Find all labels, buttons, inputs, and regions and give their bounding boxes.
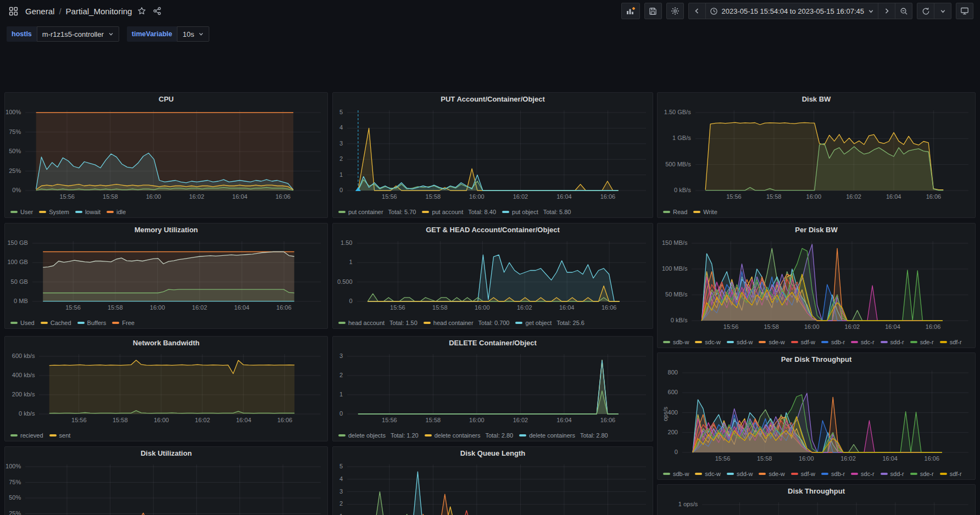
refresh-interval-chevron-icon[interactable] bbox=[934, 3, 951, 19]
legend-item[interactable]: head accountTotal: 1.50 bbox=[338, 320, 417, 326]
legend-item[interactable]: Buffers bbox=[77, 320, 107, 326]
legend-swatch bbox=[759, 473, 766, 475]
y-axis-tick-label: 1 bbox=[333, 391, 343, 398]
legend-item[interactable]: sdb-r bbox=[821, 339, 845, 345]
panel-title[interactable]: Network Bandwidth bbox=[5, 339, 327, 347]
legend-item[interactable]: sdf-w bbox=[791, 339, 815, 345]
legend-item[interactable]: sdd-w bbox=[727, 471, 753, 477]
legend-item[interactable]: sdf-w bbox=[791, 471, 815, 477]
y-axis-tick-label: 1 ops/s bbox=[658, 501, 698, 507]
legend-item[interactable]: recieved bbox=[10, 432, 43, 439]
legend: put containerTotal: 5.70put accountTotal… bbox=[338, 209, 571, 215]
breadcrumb-page[interactable]: Partial_Monitoring bbox=[66, 7, 132, 16]
legend-swatch bbox=[107, 211, 114, 213]
time-range-picker[interactable]: 2023-05-15 15:54:04 to 2023-05-15 16:07:… bbox=[705, 3, 879, 19]
y-axis-tick-label: 1 bbox=[333, 171, 343, 178]
legend-item[interactable]: sdf-r bbox=[940, 471, 962, 477]
legend-total: Total: 5.70 bbox=[388, 209, 416, 215]
legend-swatch bbox=[727, 341, 734, 343]
legend-item[interactable]: idle bbox=[107, 209, 126, 215]
legend-label: put account bbox=[432, 209, 463, 215]
chart bbox=[25, 108, 321, 191]
variable-value-dropdown[interactable]: 10s bbox=[177, 26, 209, 42]
breadcrumb-section[interactable]: General bbox=[25, 7, 54, 16]
save-icon[interactable] bbox=[644, 3, 662, 19]
star-icon[interactable] bbox=[134, 3, 149, 19]
panel-title[interactable]: Per Disk Throughput bbox=[658, 355, 975, 363]
dashboards-grid-icon[interactable] bbox=[5, 3, 21, 19]
legend-item[interactable]: sdf-r bbox=[940, 339, 962, 345]
legend-item[interactable]: sdb-r bbox=[821, 471, 845, 477]
time-back-icon[interactable] bbox=[688, 3, 706, 19]
legend-label: get object bbox=[525, 320, 552, 326]
panel-title[interactable]: Disk BW bbox=[658, 95, 975, 103]
legend-swatch bbox=[422, 211, 429, 213]
panel-title[interactable]: CPU bbox=[5, 95, 327, 103]
panel-title[interactable]: PUT Account/Container/Object bbox=[333, 95, 653, 103]
refresh-controls bbox=[917, 3, 951, 19]
legend-item[interactable]: Free bbox=[112, 320, 135, 326]
panel-title[interactable]: Disk Utilization bbox=[5, 449, 327, 457]
panel-title[interactable]: Per Disk BW bbox=[658, 226, 975, 234]
legend-item[interactable]: sdc-w bbox=[695, 339, 721, 345]
legend-item[interactable]: sde-r bbox=[910, 339, 934, 345]
y-axis-tick-label: 1 bbox=[333, 513, 343, 515]
panel-title[interactable]: Memory Utilization bbox=[5, 226, 327, 234]
kiosk-monitor-icon[interactable] bbox=[956, 3, 973, 19]
y-axis-tick-label: 2 bbox=[333, 372, 343, 378]
share-icon[interactable] bbox=[149, 3, 165, 19]
x-axis-tick-label: 15:58 bbox=[426, 193, 441, 200]
legend-item[interactable]: sdb-w bbox=[663, 339, 689, 345]
legend-item[interactable]: put objectTotal: 5.80 bbox=[502, 209, 571, 215]
legend-total: Total: 0.700 bbox=[478, 320, 510, 326]
legend-item[interactable]: get objectTotal: 25.6 bbox=[515, 320, 584, 326]
panel-title[interactable]: GET & HEAD Account/Container/Object bbox=[333, 226, 653, 234]
variable-value-dropdown[interactable]: m-r1z1s5-controller bbox=[37, 26, 119, 42]
time-forward-icon[interactable] bbox=[878, 3, 895, 19]
legend-item[interactable]: put containerTotal: 5.70 bbox=[338, 209, 416, 215]
legend-item[interactable]: sdc-r bbox=[851, 339, 874, 345]
legend-item[interactable]: sdd-r bbox=[881, 339, 904, 345]
zoom-out-icon[interactable] bbox=[895, 3, 912, 19]
legend-item[interactable]: sdc-w bbox=[695, 471, 721, 477]
legend-item[interactable]: sde-r bbox=[910, 471, 934, 477]
legend-label: sdc-w bbox=[705, 339, 721, 345]
legend-item[interactable]: Write bbox=[693, 209, 717, 215]
legend-item[interactable]: sent bbox=[49, 432, 71, 439]
settings-gear-icon[interactable] bbox=[666, 3, 684, 19]
legend-item[interactable]: delete containersTotal: 2.80 bbox=[425, 432, 514, 439]
legend-item[interactable]: Cached bbox=[41, 320, 71, 326]
legend-swatch bbox=[940, 341, 947, 343]
chart bbox=[357, 239, 647, 302]
dashboard-grid: CPU0%25%50%75%100%15:5615:5816:0016:0216… bbox=[0, 46, 980, 515]
panel-gethead: GET & HEAD Account/Container/Object00.50… bbox=[332, 223, 653, 329]
refresh-icon[interactable] bbox=[917, 3, 934, 19]
legend-item[interactable]: sde-w bbox=[759, 471, 784, 477]
legend-item[interactable]: sdc-r bbox=[851, 471, 874, 477]
x-axis-tick-label: 15:58 bbox=[766, 193, 782, 200]
panel-title[interactable]: Disk Queue Length bbox=[333, 449, 653, 457]
clock-icon bbox=[710, 7, 718, 15]
legend-item[interactable]: sdd-r bbox=[881, 471, 904, 477]
legend-swatch bbox=[519, 434, 526, 436]
legend-item[interactable]: sdd-w bbox=[727, 339, 753, 345]
panel-memory: Memory Utilization0 MB50 GB100 GB150 GB1… bbox=[4, 223, 328, 329]
legend-item[interactable]: lowait bbox=[75, 209, 101, 215]
legend-item[interactable]: sde-w bbox=[759, 339, 784, 345]
legend-item[interactable]: delete objectsTotal: 1.20 bbox=[338, 432, 419, 439]
legend-item[interactable]: head containerTotal: 0.700 bbox=[424, 320, 510, 326]
legend-item[interactable]: sdb-w bbox=[663, 471, 689, 477]
panel-title[interactable]: Disk Throughput bbox=[658, 487, 975, 495]
legend-swatch bbox=[49, 434, 57, 436]
legend-item[interactable]: Used bbox=[10, 320, 35, 326]
x-axis-tick-label: 15:56 bbox=[382, 417, 397, 423]
panel-title[interactable]: DELETE Container/Object bbox=[333, 339, 653, 347]
add-panel-icon[interactable] bbox=[621, 3, 640, 19]
legend-item[interactable]: System bbox=[39, 209, 69, 215]
legend-item[interactable]: delete containersTotal: 2.80 bbox=[519, 432, 608, 439]
legend-item[interactable]: Read bbox=[663, 209, 687, 215]
legend-item[interactable]: put accountTotal: 8.40 bbox=[422, 209, 496, 215]
legend-item[interactable]: User bbox=[10, 209, 33, 215]
variables-bar: hostls m-r1z1s5-controller timeVariable … bbox=[0, 22, 980, 46]
y-axis-tick-label: 600 kb/s bbox=[5, 352, 35, 359]
